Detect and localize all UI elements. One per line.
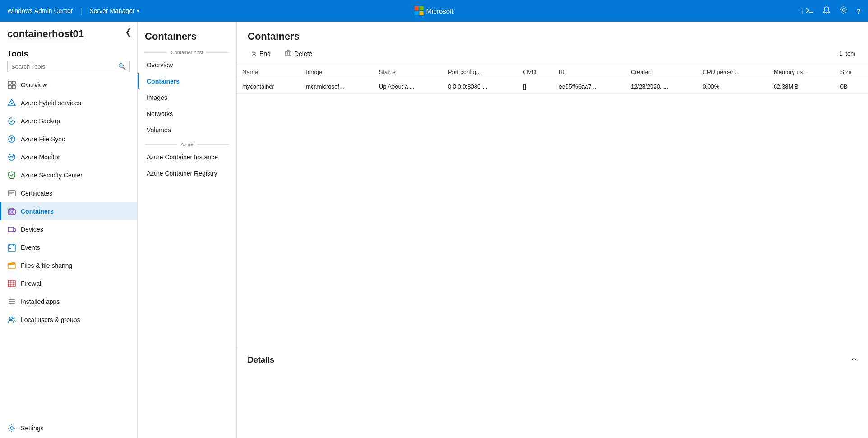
- col-size[interactable]: Size: [835, 65, 868, 79]
- details-chevron: [851, 356, 857, 364]
- containers-nav-containers[interactable]: Containers: [138, 73, 236, 89]
- svg-rect-2: [8, 81, 11, 84]
- col-status[interactable]: Status: [374, 65, 443, 79]
- sidebar-item-settings[interactable]: Settings: [0, 418, 137, 438]
- search-input[interactable]: [11, 63, 118, 70]
- server-manager-dropdown[interactable]: Server Manager ▾: [89, 7, 139, 14]
- settings-icon-nav: [7, 424, 16, 433]
- overview-icon: [7, 80, 16, 89]
- sidebar-item-firewall[interactable]: Firewall: [0, 275, 137, 293]
- main-layout: containerhost01 ❮ Tools 🔍 Overview Azure…: [0, 22, 868, 438]
- search-container: 🔍: [7, 61, 130, 72]
- main-content: Containers ✕ End Delete 1 item: [237, 22, 868, 438]
- containers-icon: [7, 207, 16, 216]
- sidebar-item-azure-monitor[interactable]: Azure Monitor: [0, 148, 137, 166]
- sidebar-item-azure-security[interactable]: Azure Security Center: [0, 166, 137, 184]
- chevron-down-icon: ▾: [137, 8, 139, 14]
- containers-nav-overview[interactable]: Overview: [138, 57, 236, 73]
- sidebar-item-overview-label: Overview: [21, 81, 47, 89]
- svg-rect-13: [8, 210, 15, 214]
- toolbar: ✕ End Delete 1 item: [237, 48, 868, 65]
- svg-point-7: [11, 103, 13, 104]
- col-name[interactable]: Name: [237, 65, 300, 79]
- svg-rect-15: [12, 211, 14, 213]
- cell-port-config: 0.0.0.0:8080-...: [443, 79, 517, 94]
- svg-rect-17: [14, 228, 15, 232]
- containers-table-container: Name Image Status Port config... CMD ID …: [237, 65, 868, 348]
- azure-line-right: [197, 144, 229, 145]
- svg-rect-5: [12, 85, 15, 89]
- sidebar-item-certificates-label: Certificates: [21, 190, 52, 197]
- content-title: Containers: [237, 22, 868, 48]
- microsoft-logo: [415, 6, 424, 15]
- sidebar-host-header: containerhost01 ❮: [0, 22, 137, 44]
- sidebar-collapse-button[interactable]: ❮: [125, 27, 132, 37]
- settings-icon[interactable]: [840, 6, 848, 16]
- col-image[interactable]: Image: [300, 65, 374, 79]
- microsoft-text: Microsoft: [426, 7, 454, 15]
- sidebar-item-certificates[interactable]: Certificates: [0, 184, 137, 202]
- sidebar-item-local-users[interactable]: Local users & groups: [0, 311, 137, 329]
- terminal-icon[interactable]: : [801, 6, 813, 16]
- sidebar-item-events[interactable]: Events: [0, 238, 137, 256]
- sidebar-item-azure-backup[interactable]: Azure Backup: [0, 112, 137, 130]
- sidebar-item-azure-filesync-label: Azure File Sync: [21, 135, 65, 143]
- end-button[interactable]: ✕ End: [248, 48, 274, 59]
- table-header: Name Image Status Port config... CMD ID …: [237, 65, 868, 79]
- containers-nav-images[interactable]: Images: [138, 89, 236, 106]
- svg-marker-6: [8, 99, 15, 105]
- sidebar-item-files[interactable]: Files & file sharing: [0, 256, 137, 275]
- azure-filesync-icon: [7, 135, 16, 144]
- sidebar-item-containers-label: Containers: [21, 208, 54, 215]
- bell-icon[interactable]: [822, 6, 831, 16]
- item-count: 1 item: [840, 50, 857, 57]
- container-host-label: Container host: [167, 50, 207, 55]
- table-row[interactable]: mycontainer mcr.microsof... Up About a .…: [237, 79, 868, 94]
- col-created[interactable]: Created: [625, 65, 697, 79]
- details-section: Details: [237, 348, 868, 438]
- cell-status: Up About a ...: [374, 79, 443, 94]
- sidebar-item-azure-hybrid[interactable]: Azure hybrid services: [0, 94, 137, 112]
- sidebar-item-devices-label: Devices: [21, 226, 43, 233]
- details-title: Details: [248, 355, 274, 365]
- sidebar-item-installed-apps[interactable]: Installed apps: [0, 293, 137, 311]
- sidebar-item-azure-filesync[interactable]: Azure File Sync: [0, 130, 137, 148]
- col-port-config[interactable]: Port config...: [443, 65, 517, 79]
- azure-section-label: Azure: [177, 142, 197, 147]
- table-body: mycontainer mcr.microsof... Up About a .…: [237, 79, 868, 94]
- svg-rect-3: [12, 81, 15, 84]
- delete-icon: [285, 50, 291, 57]
- local-users-icon: [7, 315, 16, 324]
- containers-nav-aci[interactable]: Azure Container Instance: [138, 149, 236, 165]
- containers-nav-networks[interactable]: Networks: [138, 106, 236, 122]
- end-icon: ✕: [251, 50, 257, 57]
- details-header[interactable]: Details: [237, 348, 868, 372]
- svg-point-33: [13, 317, 14, 319]
- search-icon[interactable]: 🔍: [118, 63, 126, 70]
- col-id[interactable]: ID: [554, 65, 625, 79]
- svg-point-32: [9, 317, 12, 320]
- sidebar-item-overview[interactable]: Overview: [0, 76, 137, 94]
- sidebar-nav: Overview Azure hybrid services Azure Bac…: [0, 76, 137, 418]
- sidebar-item-installed-apps-label: Installed apps: [21, 298, 60, 305]
- sidebar-item-azure-backup-label: Azure Backup: [21, 117, 60, 125]
- azure-section: Azure: [145, 138, 229, 149]
- end-label: End: [259, 50, 271, 57]
- col-memory[interactable]: Memory us...: [768, 65, 835, 79]
- col-cpu[interactable]: CPU percen...: [697, 65, 768, 79]
- sidebar-item-containers[interactable]: Containers: [0, 202, 137, 220]
- topbar-left: Windows Admin Center | Server Manager ▾: [7, 6, 139, 16]
- sidebar-item-azure-hybrid-label: Azure hybrid services: [21, 99, 81, 107]
- azure-security-icon: [7, 171, 16, 180]
- delete-button[interactable]: Delete: [282, 48, 316, 59]
- help-icon[interactable]: ?: [857, 7, 861, 15]
- containers-panel-title: Containers: [138, 22, 236, 48]
- cell-cmd: []: [517, 79, 554, 94]
- containers-nav-acr[interactable]: Azure Container Registry: [138, 165, 236, 182]
- sidebar-item-events-label: Events: [21, 244, 40, 251]
- containers-nav-volumes[interactable]: Volumes: [138, 122, 236, 138]
- sidebar-item-devices[interactable]: Devices: [0, 220, 137, 238]
- svg-point-1: [842, 9, 845, 11]
- sidebar: containerhost01 ❮ Tools 🔍 Overview Azure…: [0, 22, 138, 438]
- col-cmd[interactable]: CMD: [517, 65, 554, 79]
